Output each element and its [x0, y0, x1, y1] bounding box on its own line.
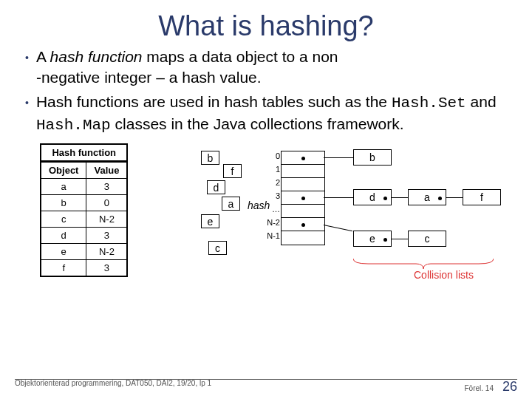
brace-icon — [353, 259, 494, 269]
page-number: 26 — [502, 379, 517, 395]
slot-index: N-2 — [264, 218, 280, 227]
node-f: f — [463, 189, 501, 205]
cell: e — [41, 243, 86, 259]
node-b: b — [353, 149, 392, 166]
cell: 3 — [86, 227, 127, 243]
cell: 3 — [86, 178, 127, 194]
text: maps a data object to a non — [143, 48, 338, 65]
cell: f — [41, 259, 86, 276]
collision-lists-label: Collision lists — [414, 269, 474, 281]
slot-index: 2 — [264, 178, 280, 187]
node-label: f — [480, 191, 483, 203]
node-label: c — [425, 233, 430, 245]
col-header-object: Object — [41, 162, 86, 179]
code-hashmap: Hash.Map — [36, 117, 111, 134]
node-a: a — [408, 189, 446, 205]
node-label: a — [424, 191, 430, 203]
bullet-item: A hash function maps a data object to a … — [36, 47, 338, 87]
cell: b — [41, 194, 86, 211]
table-row: cN-2 — [41, 211, 127, 227]
table-row: d3 — [41, 227, 127, 243]
input-a: a — [222, 197, 240, 211]
footer-left: Objektorienterad programmering, DAT050, … — [15, 379, 211, 395]
slot-array: 0 1 2 3 … N-2 N-1 — [281, 151, 325, 245]
slot-index: 3 — [264, 191, 280, 200]
col-header-value: Value — [86, 162, 127, 179]
bullet-dot: • — [25, 96, 29, 135]
footer-right: Förel. 14 — [465, 384, 494, 392]
node-c: c — [408, 231, 446, 247]
slot-index: … — [264, 205, 280, 214]
diagram-area: Hash function ObjectValue a3 b0 cN-2 d3 … — [0, 143, 532, 321]
slide-footer: Objektorienterad programmering, DAT050, … — [15, 379, 517, 395]
slot-index: 0 — [264, 151, 280, 160]
cell: a — [41, 178, 86, 194]
bullet-item: Hash functions are used in hash tables s… — [36, 92, 507, 135]
node-e: e — [353, 231, 392, 247]
text: classes in the Java collections framewor… — [111, 115, 404, 132]
hash-diagram: b f d a e c hash 0 1 2 3 … N-2 N-1 b d a… — [192, 143, 517, 306]
table-row: eN-2 — [41, 243, 127, 259]
term-hash-function: hash function — [50, 48, 143, 65]
table-row: b0 — [41, 194, 127, 211]
cell: c — [41, 211, 86, 227]
bullet-dot: • — [25, 51, 29, 87]
node-d: d — [353, 189, 392, 205]
text: A — [36, 48, 50, 65]
input-d: d — [207, 180, 225, 194]
input-c: c — [208, 241, 227, 255]
input-f: f — [223, 164, 242, 178]
text: Hash functions are used in hash tables s… — [36, 93, 392, 110]
node-label: e — [369, 233, 375, 245]
slot-index: N-1 — [264, 231, 280, 240]
cell: d — [41, 227, 86, 243]
input-e: e — [201, 214, 219, 228]
slot-index: 1 — [264, 165, 280, 174]
slide-title: What is hashing? — [0, 10, 532, 42]
cell: 3 — [86, 259, 127, 276]
cell: N-2 — [86, 211, 127, 227]
table-row: f3 — [41, 259, 127, 276]
text: and — [466, 93, 497, 110]
table-caption: Hash function — [40, 143, 128, 161]
text: -negative integer – a hash value. — [36, 69, 262, 86]
table-row: a3 — [41, 178, 127, 194]
node-label: d — [369, 191, 375, 203]
code-hashset: Hash.Set — [392, 95, 466, 112]
cell: N-2 — [86, 243, 127, 259]
node-label: b — [369, 151, 375, 163]
bullet-list: • A hash function maps a data object to … — [0, 47, 532, 136]
input-b: b — [201, 151, 219, 165]
hash-function-table: Hash function ObjectValue a3 b0 cN-2 d3 … — [40, 143, 128, 277]
cell: 0 — [86, 194, 127, 211]
